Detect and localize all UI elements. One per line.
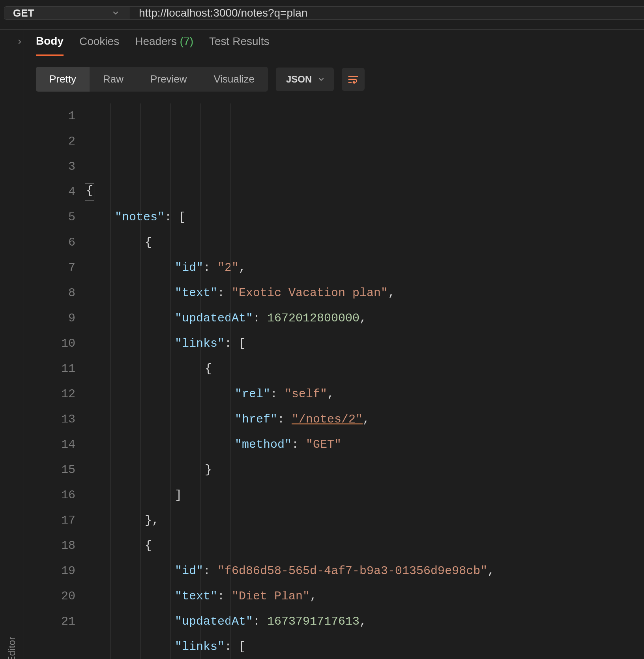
code-line: "text": "Exotic Vacation plan", bbox=[85, 280, 644, 306]
code-line: "updatedAt": 1673791717613, bbox=[85, 609, 644, 634]
code-content: {"notes": [{"id": "2","text": "Exotic Va… bbox=[85, 103, 644, 659]
view-pretty-button[interactable]: Pretty bbox=[36, 67, 90, 92]
line-number: 17 bbox=[36, 508, 75, 533]
code-line: ] bbox=[85, 483, 644, 508]
expand-chevron-icon[interactable] bbox=[16, 38, 23, 45]
line-number: 9 bbox=[36, 306, 75, 331]
request-bar: GET http://localhost:3000/notes?q=plan bbox=[4, 6, 644, 20]
body-toolbar: Pretty Raw Preview Visualize JSON bbox=[36, 67, 644, 92]
line-number: 1 bbox=[36, 103, 75, 129]
code-line: }, bbox=[85, 508, 644, 533]
code-line: { bbox=[85, 179, 644, 205]
tab-body[interactable]: Body bbox=[36, 29, 64, 56]
view-visualize-label: Visualize bbox=[213, 73, 255, 85]
code-line: { bbox=[85, 356, 644, 381]
line-number: 11 bbox=[36, 356, 75, 381]
code-line: "rel": "self", bbox=[85, 381, 644, 407]
http-method-label: GET bbox=[13, 7, 34, 19]
view-preview-label: Preview bbox=[150, 73, 187, 85]
tab-headers[interactable]: Headers (7) bbox=[135, 30, 193, 55]
body-language-select[interactable]: JSON bbox=[276, 68, 334, 91]
response-body-viewer[interactable]: 123456789101112131415161718192021 {"note… bbox=[36, 103, 644, 659]
line-number: 13 bbox=[36, 407, 75, 432]
tab-test-results[interactable]: Test Results bbox=[209, 30, 270, 55]
line-number: 3 bbox=[36, 154, 75, 179]
tab-cookies[interactable]: Cookies bbox=[79, 30, 119, 55]
wrap-lines-button[interactable] bbox=[342, 68, 365, 91]
body-view-modes: Pretty Raw Preview Visualize bbox=[36, 67, 268, 92]
code-line: } bbox=[85, 457, 644, 483]
code-line: "id": "2", bbox=[85, 255, 644, 280]
code-line: "method": "GET" bbox=[85, 432, 644, 457]
line-number: 14 bbox=[36, 432, 75, 457]
line-number: 5 bbox=[36, 205, 75, 230]
view-visualize-button[interactable]: Visualize bbox=[200, 67, 268, 92]
line-number: 12 bbox=[36, 381, 75, 407]
code-line: "links": [ bbox=[85, 331, 644, 356]
code-line: "links": [ bbox=[85, 634, 644, 659]
line-number: 8 bbox=[36, 280, 75, 306]
tab-test-results-label: Test Results bbox=[209, 35, 270, 47]
code-line: "text": "Diet Plan", bbox=[85, 584, 644, 609]
line-number: 18 bbox=[36, 533, 75, 558]
line-number: 7 bbox=[36, 255, 75, 280]
body-language-label: JSON bbox=[286, 74, 312, 85]
tab-headers-label: Headers bbox=[135, 35, 177, 47]
chevron-down-icon bbox=[112, 9, 120, 17]
line-number: 10 bbox=[36, 331, 75, 356]
code-line: "notes": [ bbox=[85, 205, 644, 230]
line-number: 4 bbox=[36, 179, 75, 205]
request-url-value: http://localhost:3000/notes?q=plan bbox=[139, 7, 307, 19]
code-line: "updatedAt": 1672012800000, bbox=[85, 306, 644, 331]
request-editor-label: Request Editor bbox=[6, 636, 17, 659]
side-rail: Request Editor bbox=[0, 30, 24, 659]
code-line: "href": "/notes/2", bbox=[85, 407, 644, 432]
tab-headers-count: (7) bbox=[180, 35, 193, 47]
http-method-select[interactable]: GET bbox=[4, 7, 129, 19]
line-number: 6 bbox=[36, 230, 75, 255]
code-line: "id": "f6d86d58-565d-4af7-b9a3-01356d9e9… bbox=[85, 558, 644, 584]
view-raw-button[interactable]: Raw bbox=[90, 67, 137, 92]
code-line: { bbox=[85, 533, 644, 558]
chevron-down-icon bbox=[317, 75, 325, 83]
tab-body-label: Body bbox=[36, 35, 64, 47]
code-line: { bbox=[85, 230, 644, 255]
line-number: 2 bbox=[36, 129, 75, 154]
line-number: 15 bbox=[36, 457, 75, 483]
view-preview-button[interactable]: Preview bbox=[137, 67, 200, 92]
view-pretty-label: Pretty bbox=[49, 73, 76, 85]
line-number: 21 bbox=[36, 609, 75, 634]
tab-cookies-label: Cookies bbox=[79, 35, 119, 47]
response-tabs: Body Cookies Headers (7) Test Results bbox=[36, 30, 644, 55]
line-gutter: 123456789101112131415161718192021 bbox=[36, 103, 85, 659]
view-raw-label: Raw bbox=[103, 73, 124, 85]
line-number: 19 bbox=[36, 558, 75, 584]
line-number: 16 bbox=[36, 483, 75, 508]
wrap-icon bbox=[347, 73, 359, 85]
line-number: 20 bbox=[36, 584, 75, 609]
request-url-input[interactable]: http://localhost:3000/notes?q=plan bbox=[129, 7, 644, 19]
